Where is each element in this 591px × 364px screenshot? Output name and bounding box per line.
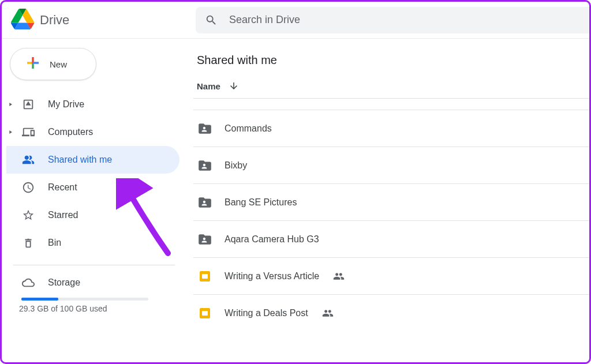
slides-icon (197, 268, 213, 284)
storage-fill (21, 298, 58, 301)
main-content: Shared with me Name Commands (186, 39, 589, 362)
cloud-icon (21, 276, 35, 290)
recent-icon (21, 181, 35, 194)
svg-rect-3 (202, 311, 208, 316)
plus-icon (24, 54, 42, 74)
sidebar-item-recent[interactable]: Recent (6, 174, 179, 201)
file-row[interactable]: Bixby (193, 147, 589, 184)
drive-icon (21, 97, 35, 111)
storage-bar (21, 298, 148, 301)
shared-folder-icon (197, 194, 213, 211)
search-placeholder: Search in Drive (229, 14, 300, 26)
drive-logo-icon (11, 7, 34, 33)
sidebar-item-label: Bin (48, 238, 61, 248)
shared-icon (21, 153, 35, 167)
shared-folder-icon (197, 121, 213, 137)
search-icon (205, 14, 218, 27)
file-row-partial[interactable] (193, 99, 589, 110)
sidebar-item-label: Computers (48, 127, 93, 137)
shared-folder-icon (197, 231, 213, 247)
column-name: Name (197, 81, 220, 91)
arrow-down-icon (229, 81, 239, 91)
new-button[interactable]: New (10, 48, 96, 80)
people-shared-icon (333, 271, 345, 282)
file-name: Bixby (225, 160, 247, 171)
file-name: Writing a Versus Article (225, 271, 319, 282)
sidebar-item-starred[interactable]: Starred (6, 201, 179, 229)
logo-section[interactable]: Drive (11, 7, 196, 33)
file-name: Aqara Camera Hub G3 (225, 234, 319, 245)
divider (13, 265, 175, 265)
sidebar-item-label: Shared with me (48, 155, 112, 165)
bin-icon (21, 236, 35, 250)
sidebar-item-my-drive[interactable]: My Drive (6, 91, 179, 118)
product-name: Drive (40, 13, 69, 28)
file-name: Bang SE Pictures (225, 197, 297, 208)
sidebar-item-label: Starred (48, 210, 78, 220)
sidebar-item-bin[interactable]: Bin (6, 229, 179, 257)
header: Drive Search in Drive (2, 2, 589, 39)
expand-icon[interactable] (8, 99, 13, 110)
slides-icon (197, 305, 213, 321)
sidebar-item-label: My Drive (48, 99, 84, 110)
file-row[interactable]: Aqara Camera Hub G3 (193, 221, 589, 258)
sidebar-item-shared-with-me[interactable]: Shared with me (6, 146, 179, 174)
file-row[interactable]: Writing a Deals Post (193, 295, 589, 332)
sidebar-item-storage[interactable]: Storage (6, 271, 186, 294)
storage-used-text: 29.3 GB of 100 GB used (19, 304, 186, 313)
expand-icon[interactable] (8, 127, 13, 137)
file-name: Commands (225, 123, 272, 134)
computers-icon (21, 125, 35, 139)
file-row[interactable]: Bang SE Pictures (193, 184, 589, 221)
file-row[interactable]: Commands (193, 110, 589, 147)
sidebar: New My Drive Computers (2, 39, 186, 362)
search-bar[interactable]: Search in Drive (196, 7, 589, 33)
storage-label: Storage (48, 277, 80, 288)
file-name: Writing a Deals Post (225, 308, 308, 318)
nav-list: My Drive Computers Shared with me (6, 91, 186, 257)
page-title: Shared with me (197, 54, 589, 67)
file-row[interactable]: Writing a Versus Article (193, 258, 589, 295)
people-shared-icon (322, 307, 334, 319)
star-icon (21, 208, 35, 222)
sidebar-item-computers[interactable]: Computers (6, 118, 179, 146)
new-button-label: New (50, 59, 67, 69)
shared-folder-icon (197, 157, 213, 174)
file-list: Commands Bixby Bang SE Pictures Aqara Ca… (193, 110, 589, 332)
list-header[interactable]: Name (193, 81, 589, 99)
svg-rect-1 (202, 274, 208, 279)
sidebar-item-label: Recent (48, 182, 77, 193)
